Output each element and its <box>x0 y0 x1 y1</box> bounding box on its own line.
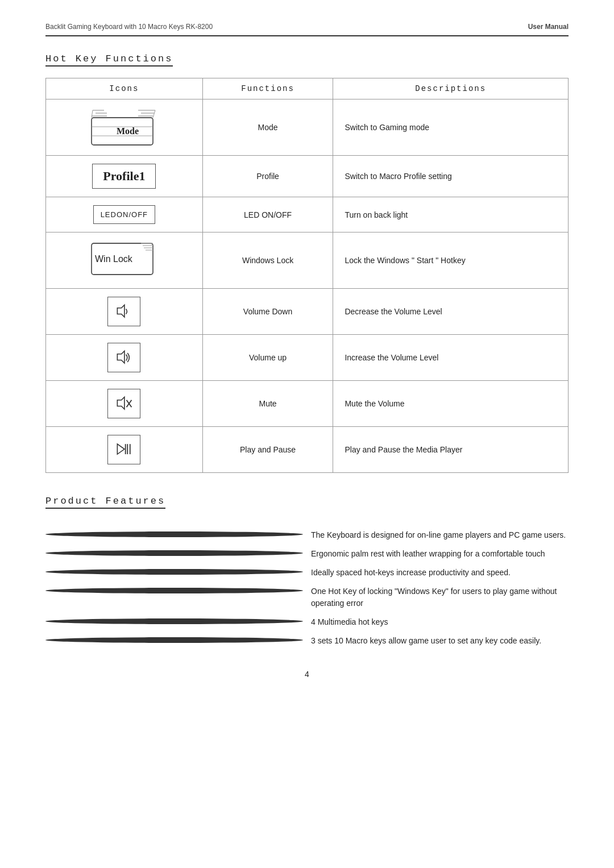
feature-text: Ergonomic palm rest with leather wrappin… <box>311 548 569 560</box>
icon-wrap: LEDON/OFF <box>52 205 197 224</box>
header-left: Backlit Gaming Keyboard with 10 Macro Ke… <box>45 23 213 31</box>
table-row: Mode ModeSwitch to Gaming mode <box>46 99 569 156</box>
feature-text: 4 Multimedia hot keys <box>311 616 569 628</box>
svg-marker-20 <box>118 397 125 409</box>
list-item: Ergonomic palm rest with leather wrappin… <box>45 548 569 560</box>
winlock-icon: Win Lock <box>87 240 161 280</box>
feature-text: 3 sets 10 Macro keys allow game user to … <box>311 635 569 647</box>
list-item: The Keyboard is designed for on-line gam… <box>45 529 569 541</box>
icon-cell: Profile1 <box>46 156 203 197</box>
icon-wrap <box>52 435 197 464</box>
function-cell: Windows Lock <box>202 232 333 289</box>
icon-wrap <box>52 343 197 372</box>
table-row: MuteMute the Volume <box>46 381 569 427</box>
list-item: 3 sets 10 Macro keys allow game user to … <box>45 635 569 647</box>
vol-down-icon <box>107 297 140 326</box>
description-cell: Decrease the Volume Level <box>333 289 569 335</box>
description-cell: Play and Pause the Media Player <box>333 427 569 473</box>
svg-line-10 <box>92 110 93 118</box>
table-row: Win Lock Windows LockLock the Windows " … <box>46 232 569 289</box>
bullet-icon <box>45 531 303 537</box>
icon-cell: LEDON/OFF <box>46 197 203 232</box>
description-cell: Increase the Volume Level <box>333 335 569 381</box>
hotkey-table: Icons Functions Descriptions <box>45 78 569 473</box>
feature-text: Ideally spaced hot-keys increase product… <box>311 567 569 579</box>
icon-wrap: Win Lock <box>52 240 197 280</box>
icon-wrap <box>52 297 197 326</box>
function-cell: LED ON/OFF <box>202 197 333 232</box>
bullet-icon <box>45 637 303 643</box>
ledon-icon: LEDON/OFF <box>93 205 155 224</box>
description-cell: Mute the Volume <box>333 381 569 427</box>
svg-marker-18 <box>118 305 125 317</box>
description-cell: Switch to Gaming mode <box>333 99 569 156</box>
play-pause-icon <box>107 435 140 464</box>
svg-text:Win Lock: Win Lock <box>95 254 133 264</box>
icon-cell <box>46 335 203 381</box>
function-cell: Play and Pause <box>202 427 333 473</box>
list-item: Ideally spaced hot-keys increase product… <box>45 567 569 579</box>
function-cell: Volume up <box>202 335 333 381</box>
bullet-icon <box>45 569 303 575</box>
table-row: Profile1ProfileSwitch to Macro Profile s… <box>46 156 569 197</box>
table-row: Volume DownDecrease the Volume Level <box>46 289 569 335</box>
list-item: 4 Multimedia hot keys <box>45 616 569 628</box>
bullet-icon <box>45 588 303 593</box>
profile-icon: Profile1 <box>92 164 156 189</box>
svg-text:Mode: Mode <box>117 126 139 136</box>
mode-icon: Mode <box>87 107 161 147</box>
page-number: 4 <box>45 670 569 679</box>
page: Backlit Gaming Keyboard with 10 Macro Ke… <box>0 0 614 868</box>
svg-marker-19 <box>118 351 125 363</box>
hotkey-section: Hot Key Functions Icons Functions Descri… <box>45 53 569 473</box>
header-right: User Manual <box>528 23 569 31</box>
icon-wrap: Mode <box>52 107 197 147</box>
icon-cell: Mode <box>46 99 203 156</box>
list-item: One Hot Key of locking "Windows Key" for… <box>45 585 569 609</box>
svg-marker-23 <box>118 444 125 454</box>
product-features-section: Product Features The Keyboard is designe… <box>45 496 569 647</box>
mute-icon <box>107 389 140 418</box>
table-row: LEDON/OFFLED ON/OFFTurn on back light <box>46 197 569 232</box>
description-cell: Turn on back light <box>333 197 569 232</box>
features-list: The Keyboard is designed for on-line gam… <box>45 529 569 647</box>
icon-wrap: Profile1 <box>52 164 197 189</box>
feature-text: The Keyboard is designed for on-line gam… <box>311 529 569 541</box>
function-cell: Mute <box>202 381 333 427</box>
icon-cell: Win Lock <box>46 232 203 289</box>
header-bar: Backlit Gaming Keyboard with 10 Macro Ke… <box>45 23 569 36</box>
hotkey-section-title: Hot Key Functions <box>45 53 173 67</box>
vol-up-icon <box>107 343 140 372</box>
icon-cell <box>46 381 203 427</box>
bullet-icon <box>45 550 303 556</box>
function-cell: Mode <box>202 99 333 156</box>
bullet-icon <box>45 618 303 624</box>
feature-text: One Hot Key of locking "Windows Key" for… <box>311 585 569 609</box>
function-cell: Volume Down <box>202 289 333 335</box>
icon-cell <box>46 427 203 473</box>
table-row: Volume upIncrease the Volume Level <box>46 335 569 381</box>
function-cell: Profile <box>202 156 333 197</box>
description-cell: Switch to Macro Profile setting <box>333 156 569 197</box>
col-header-functions: Functions <box>202 78 333 99</box>
icon-wrap <box>52 389 197 418</box>
product-features-title: Product Features <box>45 496 165 509</box>
col-header-icons: Icons <box>46 78 203 99</box>
description-cell: Lock the Windows " Start " Hotkey <box>333 232 569 289</box>
icon-cell <box>46 289 203 335</box>
col-header-descriptions: Descriptions <box>333 78 569 99</box>
table-row: Play and PausePlay and Pause the Media P… <box>46 427 569 473</box>
svg-line-11 <box>153 110 155 118</box>
